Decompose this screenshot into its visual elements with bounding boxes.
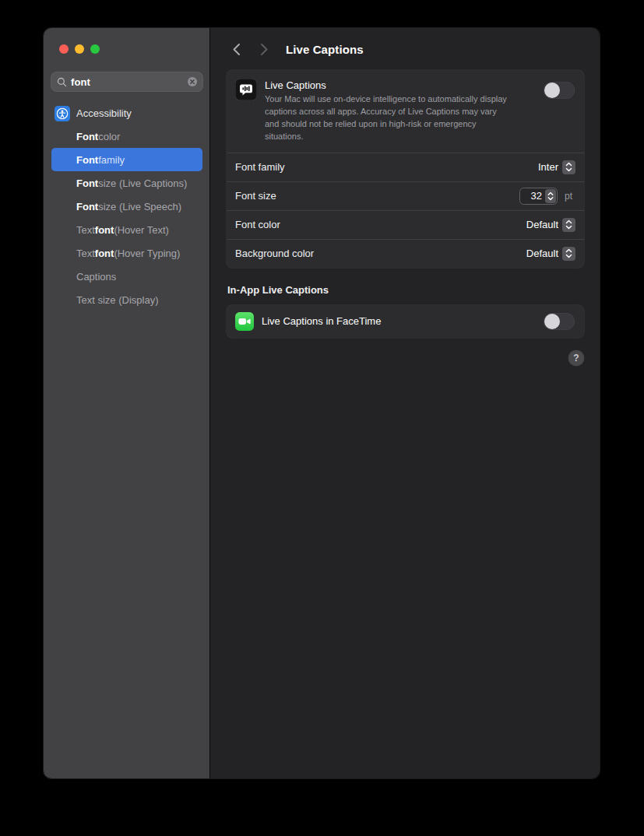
item-text: Captions <box>76 271 116 283</box>
item-text-match: font <box>95 248 114 259</box>
content-pane: Live Captions Live Captions Your Mac <box>210 28 600 778</box>
font-size-value[interactable]: 32 <box>521 190 542 202</box>
font-color-value: Default <box>526 219 558 230</box>
live-captions-title: Live Captions <box>265 79 523 91</box>
sidebar: font Accessibility Font color <box>44 28 210 778</box>
chevron-up-down-icon <box>547 191 554 201</box>
sidebar-item-label: Accessibility <box>76 107 132 119</box>
item-text-match: Font <box>76 177 98 189</box>
item-text: Text <box>76 224 95 236</box>
font-family-value: Inter <box>538 161 558 173</box>
sidebar-item-captions[interactable]: Captions <box>51 265 202 288</box>
live-captions-icon <box>235 79 257 100</box>
zoom-window-button[interactable] <box>90 44 100 54</box>
live-captions-description: Your Mac will use on-device intelligence… <box>265 93 512 143</box>
content-header: Live Captions <box>210 28 600 70</box>
chevron-left-icon <box>232 43 241 56</box>
facetime-label: Live Captions in FaceTime <box>262 315 544 327</box>
background-color-label: Background color <box>235 248 526 259</box>
font-size-row: Font size 32 pt <box>227 181 584 210</box>
question-mark-icon: ? <box>573 353 579 364</box>
item-text-match: Font <box>76 154 98 166</box>
item-text: Text size (Display) <box>76 294 158 306</box>
in-app-section-title: In-App Live Captions <box>227 284 584 296</box>
search-value[interactable]: font <box>71 76 183 88</box>
font-size-label: Font size <box>235 190 519 202</box>
item-text-match: Font <box>76 131 98 142</box>
font-color-row: Font color Default <box>227 210 584 239</box>
font-family-row: Font family Inter <box>227 153 584 181</box>
sidebar-item-text-size-display[interactable]: Text size (Display) <box>51 288 202 311</box>
live-captions-row: Live Captions Your Mac will use on-devic… <box>227 70 584 153</box>
chevron-up-down-icon <box>565 220 572 230</box>
sidebar-item-font-color[interactable]: Font color <box>51 125 202 148</box>
close-window-button[interactable] <box>59 44 69 54</box>
font-color-label: Font color <box>235 219 526 230</box>
sidebar-item-font-size-live-speech[interactable]: Font size (Live Speech) <box>51 195 202 218</box>
item-text: size (Live Captions) <box>98 177 187 189</box>
facetime-toggle[interactable] <box>544 313 575 330</box>
item-text-match: Font <box>76 201 98 213</box>
item-text: (Hover Typing) <box>114 248 180 259</box>
toggle-knob <box>544 314 560 329</box>
window-controls <box>59 44 202 54</box>
sidebar-item-font-size-live-captions[interactable]: Font size (Live Captions) <box>51 171 202 195</box>
facetime-card: Live Captions in FaceTime <box>227 305 584 338</box>
item-text: Text <box>76 248 95 259</box>
chevron-right-icon <box>260 43 269 56</box>
sidebar-item-font-family[interactable]: Font family <box>51 148 202 171</box>
live-captions-texts: Live Captions Your Mac will use on-devic… <box>265 79 523 143</box>
chevron-up-down-icon <box>565 162 572 172</box>
background-color-value: Default <box>526 248 558 259</box>
font-family-popup-button[interactable] <box>562 160 575 174</box>
sidebar-item-accessibility[interactable]: Accessibility <box>51 102 202 125</box>
sidebar-nav: Accessibility Font color Font family Fon… <box>51 102 202 311</box>
item-text-match: font <box>95 224 114 236</box>
settings-scroll-area: Live Captions Your Mac will use on-devic… <box>210 70 600 778</box>
accessibility-icon <box>55 106 70 121</box>
facetime-row: Live Captions in FaceTime <box>227 305 584 338</box>
live-captions-toggle[interactable] <box>544 82 575 99</box>
font-size-stepper[interactable] <box>545 189 556 203</box>
item-text: (Hover Text) <box>114 224 169 236</box>
font-size-unit: pt <box>565 191 575 202</box>
back-button[interactable] <box>227 40 245 58</box>
page-title: Live Captions <box>286 43 364 56</box>
item-text: size (Live Speech) <box>98 201 181 213</box>
search-input[interactable]: font <box>51 72 202 91</box>
background-color-popup-button[interactable] <box>562 247 575 261</box>
font-color-popup-button[interactable] <box>562 218 575 232</box>
minimize-window-button[interactable] <box>75 44 84 54</box>
settings-window: font Accessibility Font color <box>44 28 600 778</box>
clear-search-icon[interactable] <box>187 76 198 87</box>
live-captions-card: Live Captions Your Mac will use on-devic… <box>227 70 584 268</box>
chevron-up-down-icon <box>565 248 572 258</box>
facetime-icon <box>235 312 254 331</box>
help-button[interactable]: ? <box>568 350 584 366</box>
item-text: color <box>98 131 120 142</box>
item-text: family <box>98 154 125 166</box>
font-family-label: Font family <box>235 161 538 173</box>
font-size-field[interactable]: 32 <box>519 188 558 205</box>
sidebar-item-text-font-hover-typing[interactable]: Text font (Hover Typing) <box>51 241 202 265</box>
sidebar-item-text-font-hover-text[interactable]: Text font (Hover Text) <box>51 218 202 241</box>
toggle-knob <box>544 83 560 98</box>
search-icon <box>57 77 67 87</box>
forward-button[interactable] <box>255 40 273 58</box>
background-color-row: Background color Default <box>227 239 584 268</box>
